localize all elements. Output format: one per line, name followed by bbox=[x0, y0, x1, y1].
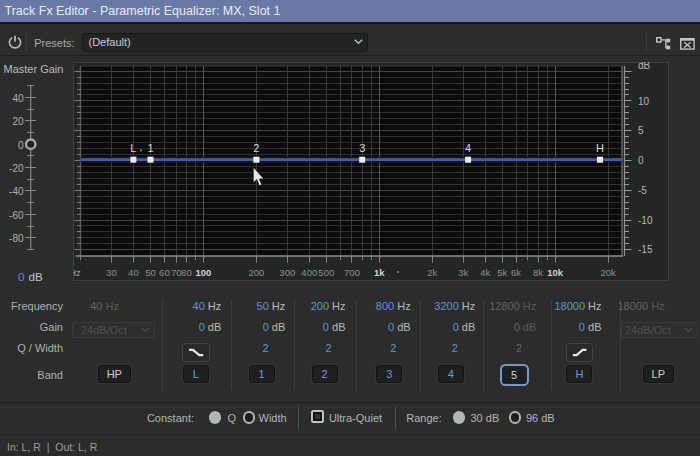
svg-text:30: 30 bbox=[106, 267, 117, 278]
svg-text:6k: 6k bbox=[511, 267, 521, 278]
svg-text:0: 0 bbox=[638, 155, 644, 166]
svg-text:-60: -60 bbox=[9, 210, 24, 221]
svg-text:500: 500 bbox=[318, 267, 334, 278]
svg-text:5: 5 bbox=[638, 125, 644, 136]
svg-text:100: 100 bbox=[195, 267, 211, 278]
svg-text:50: 50 bbox=[145, 267, 156, 278]
svg-text:70: 70 bbox=[171, 267, 182, 278]
svg-text:40: 40 bbox=[12, 93, 24, 104]
svg-text:20: 20 bbox=[12, 116, 24, 127]
svg-text:3k: 3k bbox=[458, 267, 468, 278]
svg-text:8k: 8k bbox=[533, 267, 543, 278]
svg-text:0: 0 bbox=[18, 140, 24, 151]
svg-text:40: 40 bbox=[128, 267, 139, 278]
svg-text:10: 10 bbox=[638, 96, 650, 107]
svg-text:700: 700 bbox=[344, 267, 360, 278]
svg-text:2k: 2k bbox=[427, 267, 437, 278]
svg-text:3: 3 bbox=[359, 142, 365, 154]
svg-text:dB: dB bbox=[638, 62, 651, 71]
svg-text:200: 200 bbox=[248, 267, 264, 278]
svg-text:80: 80 bbox=[181, 267, 192, 278]
svg-text:-5: -5 bbox=[638, 185, 647, 196]
svg-text:-20: -20 bbox=[9, 163, 24, 174]
svg-text:300: 300 bbox=[279, 267, 295, 278]
svg-text:4: 4 bbox=[465, 142, 471, 154]
svg-text:Hz: Hz bbox=[73, 267, 81, 278]
svg-text:L: L bbox=[130, 142, 136, 154]
svg-text:-80: -80 bbox=[9, 233, 24, 244]
svg-text:1: 1 bbox=[147, 142, 153, 154]
svg-text:-40: -40 bbox=[9, 186, 24, 197]
svg-text:20k: 20k bbox=[600, 267, 616, 278]
svg-text:-10: -10 bbox=[638, 215, 653, 226]
svg-text:2: 2 bbox=[253, 142, 259, 154]
svg-text:-15: -15 bbox=[638, 244, 653, 255]
svg-text:10k: 10k bbox=[547, 267, 564, 278]
svg-text:5k: 5k bbox=[497, 267, 507, 278]
svg-text:60: 60 bbox=[159, 267, 170, 278]
svg-text:400: 400 bbox=[301, 267, 317, 278]
svg-text:1k: 1k bbox=[374, 267, 385, 278]
svg-text:4k: 4k bbox=[480, 267, 490, 278]
svg-text:H: H bbox=[596, 142, 604, 154]
